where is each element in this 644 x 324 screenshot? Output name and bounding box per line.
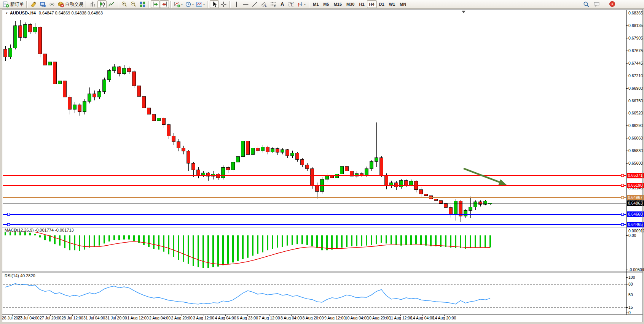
toolbar-separator <box>308 1 309 8</box>
tile-windows-button[interactable] <box>138 0 147 8</box>
line-chart-button[interactable] <box>107 0 116 8</box>
vertical-line-button[interactable] <box>232 0 241 8</box>
timeframe-m1[interactable]: M1 <box>311 0 321 8</box>
svg-text:2 Aug 20:00: 2 Aug 20:00 <box>171 316 192 320</box>
timeframe-h1[interactable]: H1 <box>357 0 367 8</box>
svg-text:0.68135: 0.68135 <box>628 23 643 28</box>
horizontal-line-button[interactable] <box>241 0 250 8</box>
svg-text:0.68365: 0.68365 <box>628 11 643 15</box>
styles-button[interactable] <box>29 0 38 8</box>
chart-shift-button[interactable] <box>160 0 169 8</box>
bar-chart-icon <box>90 1 96 8</box>
crosshair-button[interactable] <box>219 0 228 8</box>
svg-text:10 Aug 04:00: 10 Aug 04:00 <box>345 316 369 320</box>
templates-button[interactable]: ▾ <box>195 0 206 8</box>
one-click-trading-toggle[interactable]: ▼ <box>5 12 8 14</box>
svg-text:80: 80 <box>628 282 633 286</box>
toolbar-separator <box>148 1 150 8</box>
fibonacci-button[interactable]: F <box>268 0 277 8</box>
svg-text:1 Aug 12:00: 1 Aug 12:00 <box>127 316 148 320</box>
zoom-in-button[interactable] <box>120 0 129 8</box>
arrows-icon <box>297 1 303 8</box>
svg-text:15: 15 <box>628 305 633 310</box>
dropdown-arrow-icon: ▾ <box>192 3 194 6</box>
svg-text:0.67445: 0.67445 <box>628 61 643 65</box>
svg-text:31 Jul 20:00: 31 Jul 20:00 <box>105 316 127 320</box>
new-order-button[interactable]: 新订单 <box>2 0 25 8</box>
svg-text:27 Jul 04:00: 27 Jul 04:00 <box>18 316 39 320</box>
search-button[interactable] <box>582 1 591 8</box>
toolbar-separator <box>229 1 231 8</box>
dropdown-arrow-icon: ▾ <box>203 3 205 6</box>
svg-text:8 Aug 20:00: 8 Aug 20:00 <box>302 316 324 320</box>
toolbar-separator <box>86 1 87 8</box>
chart-title: ▼ AUDUSD-,H4 0.64847 0.64869 0.64838 0.6… <box>5 11 104 15</box>
svg-text:28 Jul 12:00: 28 Jul 12:00 <box>61 316 83 320</box>
signals-button[interactable] <box>47 0 56 8</box>
timeframe-m5[interactable]: M5 <box>321 0 331 8</box>
signal-icon <box>49 1 55 8</box>
fibonacci-icon: F <box>270 1 276 8</box>
text-button[interactable]: A <box>277 0 287 8</box>
new-order-button-label: 新订单 <box>10 1 24 8</box>
svg-text:T: T <box>290 2 292 6</box>
toolbar-separator <box>117 1 118 8</box>
text-label-button[interactable]: T <box>287 0 296 8</box>
timeframe-w1[interactable]: W1 <box>387 0 398 8</box>
toolbar-separator <box>207 1 209 8</box>
cursor-icon <box>211 1 218 8</box>
timeframe-d1[interactable]: D1 <box>377 0 387 8</box>
trendline-button[interactable] <box>250 0 259 8</box>
expert-icon <box>40 1 46 8</box>
rsi-indicator-label: RSI(14) 40.2820 <box>4 273 36 278</box>
zoom-in-icon <box>121 1 128 8</box>
cursor-button[interactable] <box>210 0 219 8</box>
notifications-button[interactable]: 1 <box>591 1 602 8</box>
svg-text:31 Jul 04:00: 31 Jul 04:00 <box>83 316 105 320</box>
new-order-icon <box>3 1 9 8</box>
svg-text:F: F <box>274 5 276 8</box>
timeframe-m15[interactable]: M15 <box>332 0 344 8</box>
svg-text:11 Aug 12:00: 11 Aug 12:00 <box>389 316 412 320</box>
mt4-terminal: { "toolbar": { "notification_count": "1"… <box>0 0 644 324</box>
toolbar-right: 1 <box>582 0 602 8</box>
toolbar-separator <box>170 1 172 8</box>
auto-scroll-icon <box>152 1 159 8</box>
autotrading-button[interactable]: 自动交易 <box>56 0 84 8</box>
brush-icon <box>30 1 37 8</box>
svg-text:0.65371: 0.65371 <box>628 173 642 178</box>
chart-ohlc-readout: 0.64847 0.64869 0.64838 0.64863 <box>39 11 103 15</box>
timeframe-h4[interactable]: H4 <box>367 0 377 8</box>
new-chart-button[interactable]: ▾ <box>173 0 184 8</box>
autotrade-icon <box>57 1 64 8</box>
svg-text:50: 50 <box>628 292 633 297</box>
svg-text:E: E <box>265 4 267 8</box>
expert-advisors-button[interactable] <box>38 0 47 8</box>
svg-text:0.66060: 0.66060 <box>628 136 643 140</box>
autotrading-button-label: 自动交易 <box>65 1 83 8</box>
candlestick-chart-button[interactable] <box>97 0 107 8</box>
arrows-button[interactable]: ▾ <box>296 0 307 8</box>
svg-text:6 Aug 23:00: 6 Aug 23:00 <box>237 316 258 320</box>
svg-text:14 Aug 04:00: 14 Aug 04:00 <box>411 316 434 320</box>
equidistant-channel-button[interactable]: E <box>259 0 268 8</box>
svg-text:10 Aug 20:00: 10 Aug 20:00 <box>367 316 391 320</box>
toolbar-separator <box>26 1 28 8</box>
chart-symbol-period: AUDUSD-,H4 <box>10 11 36 15</box>
text-label-icon: T <box>288 1 295 8</box>
bar-chart-button[interactable] <box>88 0 97 8</box>
svg-text:0.64660: 0.64660 <box>628 212 642 216</box>
auto-scroll-button[interactable] <box>151 0 160 8</box>
line-chart-icon <box>108 1 115 8</box>
horizontal-line-icon <box>242 1 249 8</box>
svg-text:3 Aug 12:00: 3 Aug 12:00 <box>193 316 214 320</box>
notification-badge: 1 <box>609 1 615 7</box>
chart-canvas[interactable]: 0.683650.681350.679050.676750.674450.672… <box>0 0 644 324</box>
timeframe-m30[interactable]: M30 <box>344 0 357 8</box>
svg-text:0.67905: 0.67905 <box>628 36 643 40</box>
zoom-out-icon <box>130 1 137 8</box>
timeframe-mn[interactable]: MN <box>397 0 408 8</box>
zoom-out-button[interactable] <box>129 0 138 8</box>
svg-text:-0.005093: -0.005093 <box>628 267 644 272</box>
periods-button[interactable]: ▾ <box>184 0 195 8</box>
